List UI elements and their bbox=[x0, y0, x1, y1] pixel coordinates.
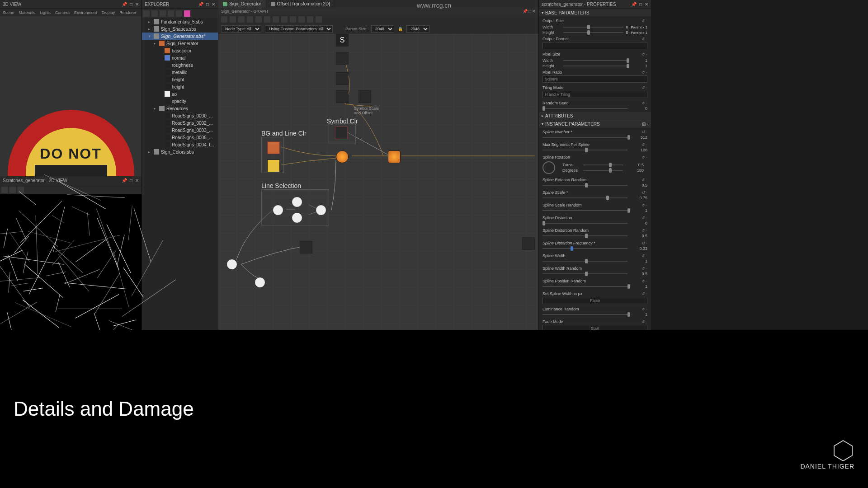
zoom-tool-icon[interactable] bbox=[238, 16, 245, 23]
save-icon[interactable] bbox=[160, 10, 166, 17]
param-slider[interactable] bbox=[542, 314, 627, 315]
height-slider[interactable] bbox=[563, 32, 623, 33]
tab-offset[interactable]: Offset [Transformation 2D] bbox=[266, 0, 335, 8]
pin-icon[interactable]: 📌 bbox=[122, 178, 127, 183]
tree-item[interactable]: metallic bbox=[142, 69, 218, 76]
select-tool-icon[interactable] bbox=[221, 16, 227, 23]
tree-item[interactable]: RoadSigns_0000_... bbox=[142, 112, 218, 119]
pixel-height-slider[interactable] bbox=[563, 66, 627, 66]
maximize-icon[interactable]: □ bbox=[130, 2, 132, 7]
section-instance-parameters[interactable]: ▾INSTANCE PARAMETERS⊞ · bbox=[539, 120, 651, 128]
comment-icon[interactable] bbox=[281, 16, 288, 23]
link-icon[interactable] bbox=[168, 10, 174, 17]
prop-dropdown[interactable]: False bbox=[542, 297, 647, 304]
reset-icon[interactable]: ↺ · bbox=[642, 228, 647, 233]
reset-icon[interactable]: ↺ · bbox=[642, 19, 647, 23]
reset-icon[interactable]: ↺ · bbox=[642, 216, 647, 220]
node-circle-5[interactable] bbox=[226, 259, 237, 270]
size2-select[interactable]: 2048 bbox=[406, 25, 429, 33]
align-icon[interactable] bbox=[273, 16, 279, 23]
tiling-mode-select[interactable]: H and V Tiling bbox=[542, 91, 647, 98]
menu-lights[interactable]: Lights bbox=[40, 10, 51, 15]
close-icon[interactable]: ✕ bbox=[135, 2, 139, 7]
degrees-slider[interactable] bbox=[583, 170, 623, 171]
rotation-dial[interactable] bbox=[542, 161, 555, 174]
tree-item[interactable]: basecolor bbox=[142, 47, 218, 54]
param-slider[interactable] bbox=[542, 248, 627, 249]
frame-tool-icon[interactable] bbox=[247, 16, 253, 23]
close-icon[interactable]: ✕ bbox=[532, 9, 536, 14]
reset-icon[interactable]: ↺ · bbox=[642, 241, 647, 245]
node-type-select[interactable]: Node Type: All bbox=[221, 25, 261, 33]
reset-icon[interactable]: ↺ · bbox=[642, 253, 647, 258]
node-circle-6[interactable] bbox=[255, 277, 265, 288]
reset-icon[interactable]: ↺ · bbox=[642, 266, 647, 271]
tree-item[interactable]: height bbox=[142, 76, 218, 83]
tree-item[interactable]: roughness bbox=[142, 61, 218, 69]
tree-item[interactable]: ▾Resources bbox=[142, 105, 218, 112]
node-shape-s[interactable]: S bbox=[336, 34, 349, 47]
param-slider[interactable] bbox=[542, 150, 627, 150]
param-slider[interactable] bbox=[542, 185, 627, 186]
node-end[interactable] bbox=[522, 237, 535, 250]
section-base-parameters[interactable]: ▾BASE PARAMETERS bbox=[539, 9, 651, 17]
copy-icon[interactable] bbox=[9, 187, 16, 193]
node-multi[interactable] bbox=[359, 90, 371, 103]
add-icon[interactable] bbox=[184, 10, 190, 17]
node-scratches[interactable] bbox=[300, 241, 312, 253]
tab-sign-generator[interactable]: Sign_Generator bbox=[218, 0, 266, 8]
maximize-icon[interactable]: □ bbox=[639, 2, 642, 7]
turns-slider[interactable] bbox=[583, 164, 623, 165]
unlink-icon[interactable] bbox=[298, 16, 305, 23]
refresh-icon[interactable] bbox=[176, 10, 182, 17]
param-slider[interactable] bbox=[542, 223, 627, 224]
reset-icon[interactable]: ↺ · bbox=[642, 85, 647, 90]
output-format-select[interactable] bbox=[542, 42, 647, 49]
tree-item[interactable]: ao bbox=[142, 90, 218, 98]
param-slider[interactable] bbox=[542, 235, 627, 236]
close-icon[interactable]: ✕ bbox=[645, 2, 648, 7]
pin-icon[interactable]: 📌 bbox=[631, 2, 637, 7]
save-icon[interactable] bbox=[1, 187, 8, 193]
node-line-color[interactable] bbox=[267, 160, 280, 172]
node-shape-circle-1[interactable] bbox=[273, 205, 283, 216]
node-bg-color[interactable] bbox=[267, 141, 280, 154]
parent-size-select[interactable]: 2048 bbox=[371, 25, 394, 33]
reset-icon[interactable]: ↺ · bbox=[642, 101, 647, 105]
pen-icon[interactable] bbox=[307, 16, 313, 23]
reset-icon[interactable]: ↺ · bbox=[642, 178, 647, 182]
export-icon[interactable] bbox=[316, 16, 322, 23]
reset-icon[interactable]: ↺ · bbox=[642, 291, 647, 296]
lock-icon[interactable]: 🔒 bbox=[398, 27, 403, 31]
open-file-icon[interactable] bbox=[151, 10, 158, 17]
node-gavel[interactable] bbox=[336, 90, 349, 103]
node-blend[interactable] bbox=[336, 150, 349, 163]
tree-item[interactable]: ▸Sign_Shapes.sbs bbox=[142, 25, 218, 33]
node-shape-circle-3[interactable] bbox=[292, 212, 302, 223]
prop-dropdown[interactable]: Start bbox=[542, 325, 647, 330]
tree-item[interactable]: ▸Sign_Colors.sbs bbox=[142, 148, 218, 155]
node-shape-circle-4[interactable] bbox=[316, 205, 326, 216]
node-do-not-enter[interactable] bbox=[336, 52, 349, 65]
grid-icon[interactable] bbox=[264, 16, 270, 23]
tree-item[interactable]: RoadSigns_0008_... bbox=[142, 134, 218, 141]
menu-environment[interactable]: Environment bbox=[74, 10, 97, 15]
close-icon[interactable]: ✕ bbox=[135, 178, 139, 183]
param-slider[interactable] bbox=[542, 137, 627, 138]
pin-icon[interactable]: 📌 bbox=[122, 2, 127, 7]
param-slider[interactable] bbox=[542, 286, 627, 287]
menu-scene[interactable]: Scene bbox=[3, 10, 14, 15]
view2d-viewport[interactable] bbox=[0, 194, 142, 330]
tree-item[interactable]: RoadSigns_0003_... bbox=[142, 127, 218, 134]
menu-display[interactable]: Display bbox=[102, 10, 115, 15]
width-slider[interactable] bbox=[563, 27, 623, 28]
menu-renderer[interactable]: Renderer bbox=[119, 10, 137, 15]
tree-item[interactable]: ▸Fundamentals_5.sbs bbox=[142, 18, 218, 25]
close-icon[interactable]: ✕ bbox=[212, 2, 215, 7]
reset-icon[interactable]: ↺ · bbox=[642, 190, 647, 195]
reset-icon[interactable]: ↺ · bbox=[642, 142, 647, 147]
tree-item[interactable]: normal bbox=[142, 54, 218, 61]
pin-icon[interactable]: 📌 bbox=[523, 9, 528, 14]
graph-canvas[interactable]: S Symbol Scale and Offset Symbol Clr BG … bbox=[218, 34, 538, 330]
param-slider[interactable] bbox=[542, 210, 627, 211]
